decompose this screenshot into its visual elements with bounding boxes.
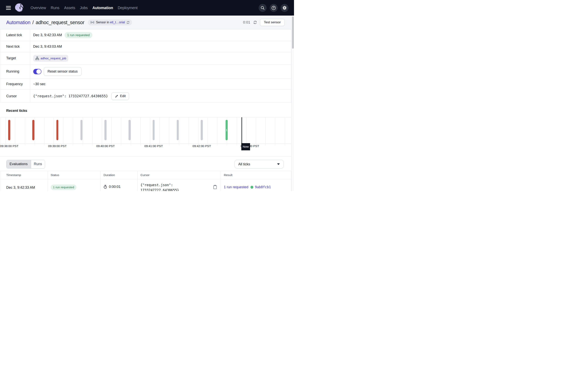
tick-bar-failure[interactable] (8, 120, 10, 140)
column-header-duration: Duration (104, 171, 115, 179)
tick-filter-select[interactable]: All ticks (234, 160, 284, 169)
frequency-value: ~30 sec (33, 82, 46, 86)
search-icon (261, 6, 265, 10)
detail-row-cursor: Cursor {"request.json": 1733247727.64306… (0, 90, 291, 103)
page-header: Automation / adhoc_request_sensor Sensor… (0, 16, 294, 29)
job-icon (35, 56, 39, 60)
column-header-timestamp: Timestamp (6, 171, 21, 179)
tab-runs[interactable]: Runs (31, 160, 45, 168)
refresh-countdown: 0:01 (243, 21, 250, 24)
chart-left-edge-line (0, 117, 0, 145)
breadcrumb-separator: / (32, 20, 34, 25)
column-header-cursor: Cursor (141, 171, 150, 179)
target-job-link[interactable]: adhoc_request_job (41, 57, 66, 60)
latest-tick-label: Latest tick (0, 29, 30, 41)
axis-label: 09:38:00 PST (0, 144, 19, 148)
chart-gridline (111, 117, 112, 145)
tab-evaluations[interactable]: Evaluations (6, 160, 31, 168)
chart-gridline (73, 117, 73, 145)
tick-bar-failure[interactable] (32, 120, 34, 140)
tick-bar-failure[interactable] (56, 120, 59, 140)
evaluations-runs-tabs: EvaluationsRuns (6, 160, 45, 169)
breadcrumb: Automation / adhoc_request_sensor (6, 20, 84, 25)
detail-row-running: Running Reset sensor status (0, 64, 291, 79)
tick-bar-success[interactable]: 1 (226, 120, 228, 140)
axis-label: 09:40:00 PST (96, 144, 115, 148)
detail-row-target: Target adhoc_request_job (0, 52, 291, 64)
evaluation-result-link[interactable]: 1 run requested (224, 185, 248, 189)
scrollbar-track[interactable] (291, 16, 294, 191)
tick-timeline-chart[interactable]: Now 109:38:00 PST09:39:00 PST09:40:00 PS… (0, 117, 291, 150)
refresh-icon[interactable] (253, 21, 257, 24)
frequency-label: Frequency (0, 79, 30, 89)
header-right-controls: 0:01 Test sensor (243, 19, 285, 26)
evaluation-duration: 0:00:01 (109, 185, 121, 189)
settings-button[interactable] (281, 4, 289, 12)
nav-item-assets[interactable]: Assets (64, 6, 75, 10)
tick-bar-skipped[interactable] (81, 120, 83, 140)
column-header-status: Status (51, 171, 59, 179)
edit-cursor-button[interactable]: Edit (111, 92, 129, 100)
run-id-link[interactable]: 9ab8fcb1 (255, 185, 271, 189)
cursor-label: Cursor (0, 90, 30, 103)
evaluation-row[interactable]: Dec 3, 9:42:33 AM 1 run requested 0:00:0… (0, 179, 291, 191)
top-nav: Overview Runs Assets Jobs Automation Dep… (0, 0, 294, 16)
cursor-value: {"request.json": 1733247727.6430655} (33, 94, 108, 98)
copy-cursor-button[interactable] (213, 185, 217, 189)
target-job-pill[interactable]: adhoc_request_job (33, 55, 68, 62)
running-toggle[interactable] (33, 69, 42, 74)
chart-gridline (140, 117, 141, 145)
column-header-result: Result (224, 171, 232, 179)
code-location-link[interactable]: etl_t…orial (110, 21, 125, 24)
page-title: adhoc_request_sensor (36, 20, 84, 25)
nav-item-automation[interactable]: Automation (92, 6, 113, 10)
help-button[interactable] (270, 4, 278, 12)
now-marker-line (242, 117, 242, 144)
nav-item-runs[interactable]: Runs (51, 6, 60, 10)
nav-item-deployment[interactable]: Deployment (118, 6, 137, 10)
now-marker-label: Now (241, 143, 250, 150)
reset-sensor-status-button[interactable]: Reset sensor status (44, 67, 82, 76)
nav-item-jobs[interactable]: Jobs (80, 6, 88, 10)
chart-gridline (198, 117, 198, 145)
hamburger-menu-icon[interactable] (6, 6, 11, 10)
run-status-dot (251, 186, 253, 189)
evaluation-status-badge: 1 run requested (51, 185, 77, 190)
target-label: Target (0, 52, 30, 64)
chart-gridline (102, 117, 102, 145)
chart-gridline (217, 117, 218, 145)
test-sensor-button[interactable]: Test sensor (260, 19, 285, 26)
search-button[interactable] (259, 4, 267, 12)
chart-gridline (256, 117, 256, 145)
reload-location-icon[interactable] (126, 21, 130, 24)
chart-gridline (169, 117, 169, 145)
chart-gridline (150, 117, 150, 145)
sensor-icon (90, 21, 94, 24)
latest-tick-value: Dec 3, 9:42:33 AM (33, 33, 62, 37)
axis-label: 09:39:00 PST (48, 144, 67, 148)
section-divider (0, 156, 291, 157)
tick-filter-value: All ticks (238, 162, 250, 166)
chart-gridline (92, 117, 92, 145)
tick-bar-skipped[interactable] (201, 120, 203, 140)
tick-bar-skipped[interactable] (177, 120, 179, 140)
clipboard-icon (213, 185, 217, 189)
breadcrumb-automation-link[interactable]: Automation (6, 20, 30, 25)
latest-tick-status-badge: 1 run requested (64, 32, 93, 38)
tick-bar-skipped[interactable] (128, 120, 131, 140)
next-tick-label: Next tick (0, 41, 30, 52)
chart-gridline (121, 117, 121, 145)
dagster-logo-icon[interactable] (15, 3, 24, 12)
detail-row-latest-tick: Latest tick Dec 3, 9:42:33 AM 1 run requ… (0, 29, 291, 41)
chart-gridline (6, 117, 6, 145)
chevron-down-icon (277, 163, 280, 165)
chart-gridline (54, 117, 54, 145)
tick-bar-skipped[interactable] (105, 120, 106, 140)
scrollbar-thumb[interactable] (292, 16, 294, 49)
tick-bar-skipped[interactable] (153, 120, 155, 140)
pencil-icon (115, 95, 118, 98)
nav-item-overview[interactable]: Overview (31, 6, 46, 10)
chart-gridline (246, 117, 246, 145)
recent-ticks-heading: Recent ticks (6, 108, 27, 113)
detail-row-next-tick: Next tick Dec 3, 9:43:03 AM (0, 41, 291, 52)
